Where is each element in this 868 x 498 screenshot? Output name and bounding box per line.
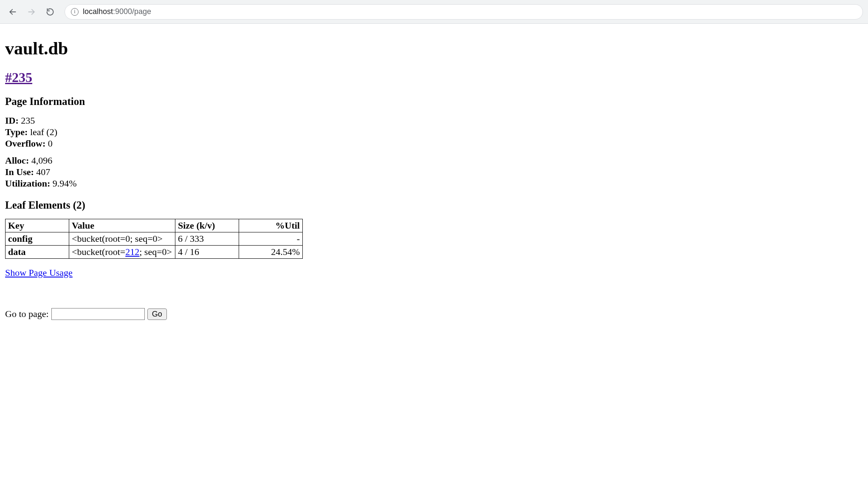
cell-size: 4 / 16	[175, 246, 239, 259]
cell-key: data	[6, 246, 69, 259]
cell-util: -	[239, 232, 303, 246]
browser-toolbar: i localhost:9000/page	[0, 0, 868, 24]
info-inuse: In Use: 407	[5, 167, 863, 178]
section-heading-page-info: Page Information	[5, 96, 863, 108]
go-button[interactable]: Go	[147, 308, 167, 320]
bucket-root-link[interactable]: 212	[125, 246, 139, 257]
goto-page-input[interactable]	[51, 308, 145, 320]
reload-button[interactable]	[42, 4, 58, 20]
address-bar[interactable]: i localhost:9000/page	[65, 4, 863, 20]
goto-label: Go to page:	[5, 308, 49, 320]
info-alloc: Alloc: 4,096	[5, 155, 863, 166]
page-title: vault.db	[5, 38, 863, 59]
table-row: config<bucket(root=0; seq=0>6 / 333-	[6, 232, 303, 246]
elements-table: Key Value Size (k/v) %Util config<bucket…	[5, 219, 303, 259]
info-type: Type: leaf (2)	[5, 127, 863, 138]
info-overflow: Overflow: 0	[5, 138, 863, 149]
show-page-usage-link[interactable]: Show Page Usage	[5, 267, 73, 278]
table-row: data<bucket(root=212; seq=0>4 / 1624.54%	[6, 246, 303, 259]
info-id: ID: 235	[5, 115, 863, 126]
col-key: Key	[6, 219, 69, 232]
cell-value: <bucket(root=212; seq=0>	[69, 246, 175, 259]
col-value: Value	[69, 219, 175, 232]
site-info-icon[interactable]: i	[71, 8, 79, 16]
back-button[interactable]	[5, 4, 20, 20]
col-size: Size (k/v)	[175, 219, 239, 232]
forward-button[interactable]	[24, 4, 39, 20]
breadcrumb-link[interactable]: #235	[5, 70, 32, 85]
cell-key: config	[6, 232, 69, 246]
cell-size: 6 / 333	[175, 232, 239, 246]
info-utilization: Utilization: 9.94%	[5, 178, 863, 189]
cell-value: <bucket(root=0; seq=0>	[69, 232, 175, 246]
col-util: %Util	[239, 219, 303, 232]
section-heading-leaf-elements: Leaf Elements (2)	[5, 199, 863, 211]
cell-util: 24.54%	[239, 246, 303, 259]
url-text: localhost:9000/page	[83, 7, 151, 16]
